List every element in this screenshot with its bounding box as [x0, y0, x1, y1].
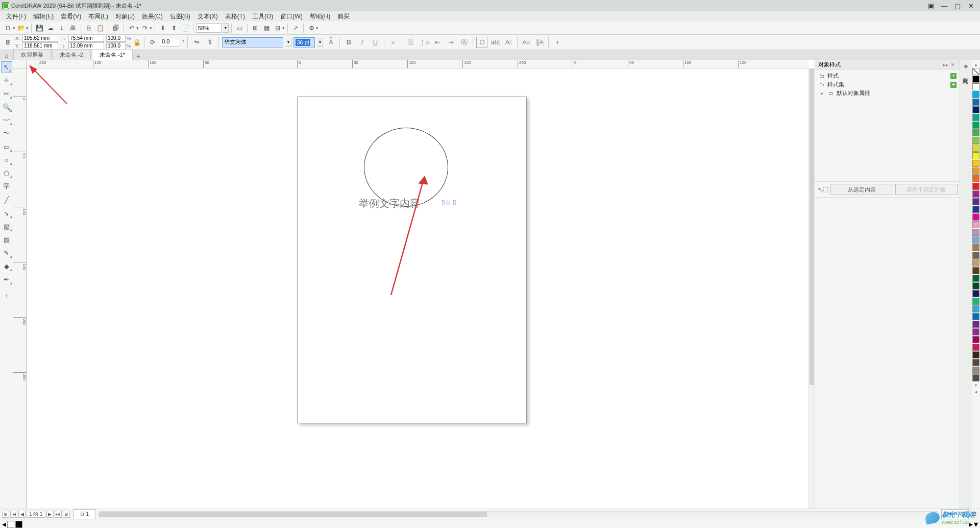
- zoom-level[interactable]: 58%: [196, 23, 222, 33]
- menu-file[interactable]: 文件(F): [3, 11, 29, 22]
- docker-tab-styles-icon[interactable]: ◈: [961, 61, 970, 70]
- horizontal-scrollbar[interactable]: [99, 511, 938, 517]
- var-font-icon[interactable]: Ǟ: [325, 37, 336, 48]
- print-icon[interactable]: 🖶: [68, 23, 78, 33]
- menu-effects[interactable]: 效果(C): [139, 11, 166, 22]
- swatch[interactable]: [972, 282, 979, 290]
- swatch[interactable]: [972, 367, 979, 374]
- height-input[interactable]: 12.09 mm: [68, 42, 104, 50]
- add-tool-icon[interactable]: +: [1, 290, 12, 301]
- swatch[interactable]: [972, 344, 979, 351]
- clipboard-icon[interactable]: 🗐: [111, 23, 121, 33]
- menu-help[interactable]: 帮助(H): [307, 11, 334, 22]
- dropcap-icon[interactable]: Ⓐ: [458, 37, 470, 48]
- open-icon[interactable]: 📂: [16, 23, 27, 33]
- docpal-none[interactable]: [7, 521, 14, 528]
- swatch[interactable]: [972, 336, 979, 343]
- zoom-dropdown-icon[interactable]: ▾: [223, 23, 229, 33]
- swatch[interactable]: [972, 198, 979, 205]
- lock-ratio-icon[interactable]: 🔒: [133, 35, 141, 50]
- cloud-down-icon[interactable]: ⤓: [57, 23, 67, 33]
- swatch[interactable]: [972, 160, 979, 167]
- swatch[interactable]: [972, 236, 979, 244]
- swatch[interactable]: [972, 259, 979, 267]
- style-picker-icon[interactable]: ↖⬚: [817, 184, 828, 195]
- swatch[interactable]: [972, 175, 979, 182]
- publish-pdf-icon[interactable]: 📄: [180, 23, 190, 33]
- swatch[interactable]: [972, 167, 979, 175]
- scale-x-input[interactable]: 100.0: [106, 35, 126, 42]
- swatch[interactable]: [972, 298, 979, 305]
- add-preset-icon[interactable]: +: [552, 37, 563, 48]
- swatch[interactable]: [972, 229, 979, 236]
- fill-tool-icon[interactable]: ◆: [1, 260, 12, 272]
- ruler-horizontal[interactable]: 200 150 100 50 0 50 100 150 200 0 50 100…: [27, 60, 808, 68]
- swatch[interactable]: [972, 252, 979, 259]
- new-icon[interactable]: 🗋: [3, 23, 13, 33]
- undo-icon[interactable]: ↶: [127, 23, 137, 33]
- swatch[interactable]: [972, 91, 979, 98]
- pos-x-input[interactable]: 105.62 mm: [22, 35, 58, 42]
- options-icon[interactable]: ⚙: [306, 23, 316, 33]
- swatch[interactable]: [972, 190, 979, 198]
- artistic-text[interactable]: 举例文字内容: [359, 197, 420, 210]
- add-tab-icon[interactable]: +: [134, 52, 143, 60]
- text-direction-h-icon[interactable]: A≡: [521, 37, 532, 48]
- pick-tool-icon[interactable]: ↖: [1, 61, 12, 73]
- object-origin-icon[interactable]: ⊞: [3, 37, 13, 47]
- docker-close-icon[interactable]: ✕: [949, 61, 957, 68]
- ruler-vertical[interactable]: 0 50 100 150 200 250: [13, 68, 27, 509]
- font-dropdown-icon[interactable]: ▾: [285, 38, 291, 47]
- menu-window[interactable]: 窗口(W): [277, 11, 305, 22]
- cloud-up-icon[interactable]: ☁: [45, 23, 56, 33]
- menu-table[interactable]: 表格(T): [222, 11, 248, 22]
- swatch-none[interactable]: [972, 68, 979, 75]
- page-next-icon[interactable]: ▶: [46, 511, 54, 518]
- swatch[interactable]: [972, 321, 979, 328]
- artistic-media-tool-icon[interactable]: 〜: [1, 128, 12, 139]
- swatch[interactable]: [972, 137, 979, 144]
- add-style-icon[interactable]: +: [950, 73, 957, 79]
- swatch[interactable]: [972, 213, 979, 221]
- export-icon[interactable]: ⬆: [169, 23, 179, 33]
- save-icon[interactable]: 💾: [34, 23, 44, 33]
- fullscreen-icon[interactable]: ▭: [234, 23, 244, 33]
- menu-text[interactable]: 文本(X): [194, 11, 221, 22]
- shape-tool-icon[interactable]: ✧: [1, 75, 12, 86]
- mirror-v-icon[interactable]: ⥮: [204, 37, 215, 48]
- docker-collapse-icon[interactable]: ▸▸: [942, 61, 949, 68]
- dropshadow-tool-icon[interactable]: ▧: [1, 221, 12, 232]
- swatch[interactable]: [972, 351, 979, 358]
- workspace[interactable]: 举例文字内容 ▯◇ ▯: [27, 68, 808, 509]
- outdent-icon[interactable]: ⇤: [432, 37, 443, 48]
- swatch[interactable]: [972, 305, 979, 313]
- parallel-dim-tool-icon[interactable]: ╱: [1, 194, 12, 205]
- tab-unnamed-1[interactable]: 未命名 -1*: [92, 49, 133, 60]
- edit-text-icon[interactable]: ab|: [489, 37, 501, 48]
- redo-icon[interactable]: ↷: [140, 23, 150, 33]
- ellipse-tool-icon[interactable]: ○: [1, 154, 12, 165]
- indent-icon[interactable]: ⇥: [445, 37, 456, 48]
- add-styleset-icon[interactable]: +: [950, 82, 957, 88]
- page-last-icon[interactable]: ⏭: [55, 511, 62, 518]
- pos-y-input[interactable]: 118.561 mm: [22, 42, 58, 50]
- palette-flyout-icon[interactable]: ◂: [972, 389, 979, 395]
- text-align-icon[interactable]: ≡: [387, 37, 399, 48]
- menu-view[interactable]: 查看(V): [58, 11, 84, 22]
- rectangle-tool-icon[interactable]: ▭: [1, 141, 12, 152]
- scale-y-input[interactable]: 100.0: [106, 42, 126, 50]
- connector-tool-icon[interactable]: ↘: [1, 207, 12, 219]
- outline-tool-icon[interactable]: ✒: [1, 274, 12, 285]
- menu-bitmap[interactable]: 位图(B): [167, 11, 193, 22]
- menu-edit[interactable]: 编辑(E): [30, 11, 57, 22]
- from-selection-button[interactable]: 从选定内容: [830, 184, 893, 195]
- swatch[interactable]: [972, 359, 979, 366]
- swatch[interactable]: [972, 328, 979, 335]
- swatch[interactable]: [972, 152, 979, 159]
- number-list-icon[interactable]: ⋮≡: [419, 37, 430, 48]
- swatch[interactable]: [972, 122, 979, 129]
- tree-item-stylesets[interactable]: 🗀 样式集 +: [818, 80, 957, 89]
- crop-tool-icon[interactable]: ✂: [1, 88, 12, 99]
- launch-icon[interactable]: ↗: [290, 23, 301, 33]
- text-tool-icon[interactable]: 字: [1, 181, 12, 192]
